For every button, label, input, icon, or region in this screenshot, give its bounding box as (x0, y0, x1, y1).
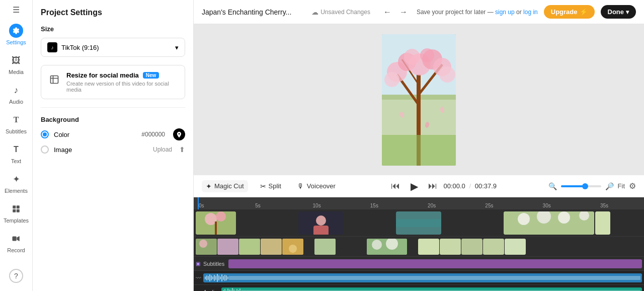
audio-bar-2[interactable] (221, 287, 642, 291)
voiceover-button[interactable]: 🎙 Voiceover (293, 180, 340, 192)
canvas-area (194, 24, 644, 175)
audio-bar-1[interactable] (203, 273, 642, 282)
timeline-settings-button[interactable]: ⚙ (629, 181, 636, 191)
text-icon: T (9, 142, 23, 157)
lower-clip-2[interactable] (217, 239, 238, 255)
lower-clip-9[interactable] (440, 239, 461, 255)
sidebar-item-elements[interactable]: ✦ Elements (2, 169, 30, 197)
image-radio[interactable] (41, 146, 49, 154)
zoom-slider[interactable] (561, 185, 601, 187)
subtitles-icon: T (9, 113, 23, 127)
lower-clip-4[interactable] (261, 239, 282, 255)
tracks-container[interactable]: ▣ Subtitles 〰 (194, 209, 644, 291)
subtitles-track-row: ▣ Subtitles (194, 257, 644, 271)
svg-rect-46 (261, 239, 282, 255)
lower-clip-3[interactable] (239, 239, 260, 255)
help-icon: ? (9, 269, 23, 283)
sidebar-item-help[interactable]: ? (2, 266, 30, 286)
lower-clip-6[interactable] (314, 239, 336, 255)
magic-cut-button[interactable]: ✦ Magic Cut (202, 180, 248, 192)
svg-rect-6 (51, 76, 58, 84)
svg-rect-3 (13, 209, 16, 212)
svg-rect-23 (382, 135, 456, 166)
sidebar-media-label: Media (9, 69, 24, 75)
upload-icon[interactable]: ⬆ (179, 146, 185, 154)
clip-4[interactable] (504, 211, 594, 235)
audio-track-row-1: 〰 (194, 271, 644, 285)
sidebar-item-templates[interactable]: Templates (2, 199, 30, 227)
resize-title: Resize for social media (66, 71, 139, 79)
ruler-mark-30s: 30s (543, 203, 551, 208)
upgrade-button[interactable]: Upgrade ⚡ (544, 5, 595, 19)
split-button[interactable]: ✂ Split (256, 180, 285, 192)
clip-5[interactable] (595, 211, 610, 235)
color-option-row: Color #000000 (41, 128, 185, 140)
undo-button[interactable]: ← (380, 5, 394, 19)
zoom-out-button[interactable]: 🔍 (548, 182, 557, 190)
sidebar-item-media[interactable]: 🖼 Media (2, 50, 30, 78)
svg-point-37 (518, 213, 530, 225)
clip-2[interactable] (298, 211, 344, 235)
lower-clip-5[interactable] (282, 239, 303, 255)
size-label: Size (41, 25, 185, 33)
ruler-mark-5s: 5s (255, 203, 261, 208)
redo-button[interactable]: → (396, 5, 411, 19)
fast-forward-button[interactable]: ⏭ (428, 181, 437, 191)
save-text: Save your project for later — sign up or… (417, 9, 538, 16)
audio-track-row-2: 〰 Audio (194, 285, 644, 291)
lower-clip-12[interactable] (505, 239, 526, 255)
subtitle-bar[interactable] (228, 259, 642, 268)
chevron-down-icon: ▾ (626, 9, 629, 16)
resize-card[interactable]: Resize for social media New Create new v… (41, 65, 185, 99)
settings-panel: Project Settings Size ♪ TikTok (9:16) ▾ … (33, 0, 194, 291)
sidebar-item-record[interactable]: Record (2, 229, 30, 256)
svg-rect-2 (17, 205, 20, 208)
rewind-button[interactable]: ⏮ (391, 181, 400, 191)
sign-up-link[interactable]: sign up (495, 9, 515, 16)
lower-clip-10[interactable] (461, 239, 482, 255)
sidebar-item-audio[interactable]: ♪ Audio (2, 80, 30, 108)
log-in-link[interactable]: log in (523, 9, 538, 16)
done-label: Done (608, 8, 624, 16)
done-button[interactable]: Done ▾ (601, 5, 636, 19)
lower-clip-11[interactable] (483, 239, 504, 255)
play-button[interactable]: ▶ (406, 178, 422, 194)
subtitle-track-label: Subtitles (203, 261, 224, 267)
total-time: 00:37.9 (475, 182, 497, 190)
background-label: Background (41, 116, 185, 123)
ruler-mark-0s: 0s (199, 203, 204, 208)
tiktok-icon: ♪ (47, 42, 57, 52)
color-swatch[interactable] (173, 128, 185, 140)
svg-rect-49 (314, 239, 336, 255)
clip-3[interactable] (396, 211, 441, 235)
sidebar-item-subtitles[interactable]: T Subtitles (2, 110, 30, 137)
audio-wave-icon-1: 〰 (196, 275, 201, 281)
sidebar-item-text[interactable]: T Text (2, 139, 30, 167)
clip-1[interactable] (196, 211, 236, 235)
fit-button[interactable]: Fit (618, 182, 625, 190)
svg-point-21 (404, 49, 420, 65)
zoom-in-button[interactable]: 🔎 (605, 182, 614, 190)
hamburger-menu[interactable]: ☰ (13, 5, 20, 15)
audio-icon: ♪ (9, 83, 23, 97)
sidebar-item-settings[interactable]: Settings (2, 21, 30, 48)
lower-clip-1[interactable] (196, 239, 217, 255)
new-badge: New (143, 72, 159, 79)
settings-icon (9, 24, 23, 38)
svg-rect-44 (217, 239, 238, 255)
lower-clip-7[interactable] (367, 239, 407, 255)
current-time: 00:00.0 (443, 182, 465, 190)
size-selector[interactable]: ♪ TikTok (9:16) ▾ (41, 38, 185, 57)
audio-track-label: Audio (203, 289, 217, 291)
toolbar-row: ✦ Magic Cut ✂ Split 🎙 Voiceover ⏮ ▶ ⏭ 00… (194, 175, 644, 197)
upload-button[interactable]: Upload (153, 146, 172, 153)
sidebar-templates-label: Templates (4, 217, 29, 224)
size-value: TikTok (9:16) (61, 44, 99, 51)
playback-controls: ⏮ ▶ ⏭ 00:00.0 / 00:37.9 (348, 178, 540, 194)
lower-clip-8[interactable] (418, 239, 439, 255)
magic-cut-label: Magic Cut (214, 182, 244, 190)
unsaved-label: Unsaved Changes (320, 9, 370, 16)
svg-point-29 (216, 211, 226, 222)
color-radio[interactable] (41, 130, 49, 138)
svg-point-22 (420, 48, 434, 62)
